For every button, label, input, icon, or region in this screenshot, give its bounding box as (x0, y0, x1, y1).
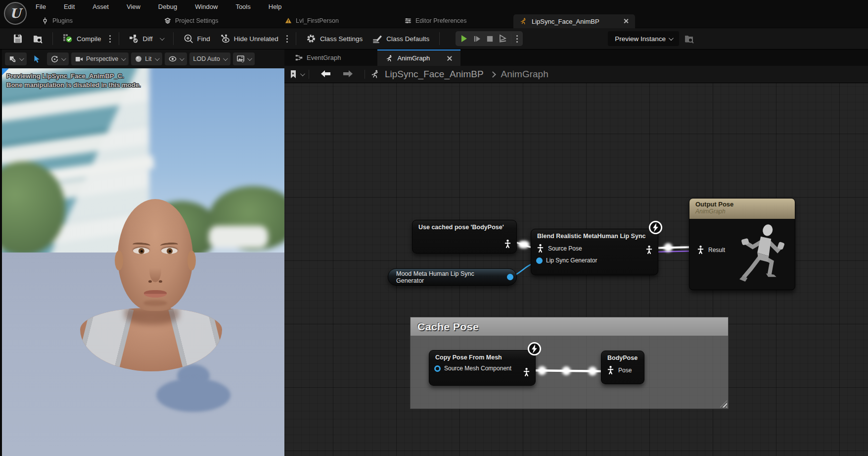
menu-window[interactable]: Window (195, 3, 218, 10)
tab-plugins[interactable]: Plugins (42, 13, 73, 28)
tab-project-settings-label: Project Settings (175, 17, 219, 24)
parked-car (209, 226, 268, 248)
app-tab-row: Plugins Project Settings Lvl_FirstPerson… (0, 13, 868, 28)
select-tool-button[interactable] (29, 52, 45, 65)
unreal-logo[interactable]: U (4, 2, 27, 25)
diff-chevron-icon (160, 36, 165, 41)
camera-icon (75, 56, 83, 62)
forward-arrow-icon (343, 70, 354, 78)
node-use-cached-pose[interactable]: Use cached pose 'BodyPose' (412, 220, 517, 253)
object-output-pin[interactable] (507, 274, 513, 280)
image-icon (237, 55, 244, 62)
breadcrumb-current[interactable]: AnimGraph (501, 69, 548, 80)
hide-unrelated-kebab-icon[interactable] (283, 35, 291, 43)
bone-manipulation-text: Bone manipulation is disabled in this mo… (6, 81, 141, 90)
play-options-kebab-icon[interactable] (513, 35, 521, 43)
pin-label: Source Mesh Component (444, 365, 511, 372)
menu-edit[interactable]: Edit (64, 3, 75, 10)
comment-title: Cache Pose (417, 321, 479, 333)
maximize-chevron-icon (19, 56, 24, 61)
breadcrumb-root[interactable]: LipSync_Face_AnimBP (385, 69, 484, 80)
rotate-tool-button[interactable] (47, 52, 69, 65)
perspective-dropdown[interactable]: Perspective (71, 52, 129, 65)
close-tab-icon[interactable] (623, 18, 629, 24)
screenshot-dropdown[interactable] (233, 52, 255, 65)
tab-lipsync-face-animbp[interactable]: LipSync_Face_AnimBP (513, 14, 635, 28)
advance-icon (498, 34, 507, 43)
bookmark-icon[interactable] (289, 70, 297, 79)
pin-row-result: Result (691, 243, 730, 256)
compile-label: Compile (77, 35, 101, 43)
pose-output-pin[interactable] (503, 239, 512, 249)
menu-help[interactable]: Help (269, 3, 282, 10)
compile-options-kebab-icon[interactable] (106, 35, 114, 43)
tab-eventgraph[interactable]: EventGraph (287, 50, 349, 66)
rotate-icon (51, 55, 58, 63)
pin-row-lipsync-generator: Lip Sync Generator (531, 255, 658, 266)
node-mood-lipsync-generator[interactable]: Mood Meta Human Lip Sync Generator (388, 268, 517, 286)
pose-output-pin[interactable] (645, 245, 653, 254)
browse-asset-button[interactable] (28, 34, 47, 44)
lod-dropdown[interactable]: LOD Auto (189, 52, 230, 65)
object-input-pin[interactable] (434, 365, 441, 372)
nav-forward-button[interactable] (337, 69, 360, 80)
stop-button[interactable] (483, 32, 496, 45)
pose-input-pin[interactable] (696, 245, 705, 254)
preview-instance-chevron-icon (669, 36, 674, 41)
class-defaults-button[interactable]: Class Defaults (367, 34, 434, 44)
compile-button[interactable]: Compile (58, 34, 106, 44)
tab-project-settings[interactable]: Project Settings (164, 13, 219, 28)
hide-unrelated-button[interactable]: Hide Unrelated (215, 34, 283, 44)
pose-output-pin[interactable] (522, 367, 531, 377)
close-graph-tab-icon[interactable] (447, 55, 453, 61)
viewport-3d-view[interactable]: Previewing LipSync_Face_AnimBP_C. Bone m… (2, 68, 284, 456)
plug-icon (42, 17, 48, 24)
nav-back-button[interactable] (314, 69, 337, 80)
menu-tools[interactable]: Tools (235, 3, 250, 10)
object-input-pin[interactable] (536, 257, 543, 264)
node-blend-metahuman-lipsync[interactable]: Blend Realistic MetaHuman Lip Sync Sourc… (531, 229, 658, 275)
comment-resize-handle[interactable] (720, 401, 727, 407)
pose-input-pin[interactable] (606, 365, 615, 375)
menu-debug[interactable]: Debug (158, 3, 177, 10)
node-output-pose[interactable]: Output Pose AnimGraph (689, 198, 795, 290)
pose-input-pin[interactable] (536, 244, 545, 253)
menu-file[interactable]: File (36, 3, 46, 10)
frame-step-button[interactable] (470, 32, 483, 45)
animgraph-runner-icon (385, 54, 393, 62)
advance-button[interactable] (496, 32, 509, 45)
node-copy-pose-from-mesh[interactable]: Copy Pose From Mesh Source Mesh Componen… (429, 350, 536, 386)
node-bodypose[interactable]: BodyPose Pose (601, 351, 644, 384)
ear (115, 251, 123, 270)
class-defaults-label: Class Defaults (386, 35, 429, 43)
preview-instance-dropdown[interactable]: Preview Instance (608, 31, 679, 46)
bookmark-chevron-icon[interactable] (300, 71, 305, 76)
tab-eventgraph-label: EventGraph (307, 54, 341, 61)
find-button[interactable]: Find (179, 34, 215, 44)
lit-label: Lit (145, 55, 151, 62)
tab-animgraph[interactable]: AnimGraph (377, 50, 460, 66)
nose (149, 258, 161, 282)
perspective-label: Perspective (86, 55, 118, 62)
class-settings-button[interactable]: Class Settings (301, 34, 367, 44)
viewport-maximize-button[interactable] (5, 52, 27, 65)
tab-editor-preferences[interactable]: Editor Preferences (405, 13, 467, 28)
play-button[interactable] (457, 32, 470, 45)
tab-level[interactable]: Lvl_FirstPerson (285, 13, 339, 28)
lit-dropdown[interactable]: Lit (131, 52, 162, 65)
ear (187, 251, 196, 270)
menu-asset[interactable]: Asset (92, 3, 109, 10)
browse-preview-button[interactable] (679, 34, 699, 44)
animgraph-canvas[interactable]: Cache Pose Use cached pose 'BodyPose (284, 83, 868, 456)
show-flags-dropdown[interactable] (165, 52, 187, 65)
lod-chevron-icon (223, 56, 228, 61)
diff-button[interactable]: Diff (124, 34, 168, 44)
sliders-icon (405, 17, 411, 24)
preview-viewport-panel: Perspective Lit LOD Auto (2, 50, 284, 456)
comment-header[interactable]: Cache Pose (411, 317, 728, 336)
stop-icon (486, 35, 494, 43)
node-title: Mood Meta Human Lip Sync Generator (396, 270, 503, 284)
eye (133, 248, 149, 254)
menu-view[interactable]: View (127, 3, 140, 10)
save-button[interactable] (8, 34, 28, 44)
